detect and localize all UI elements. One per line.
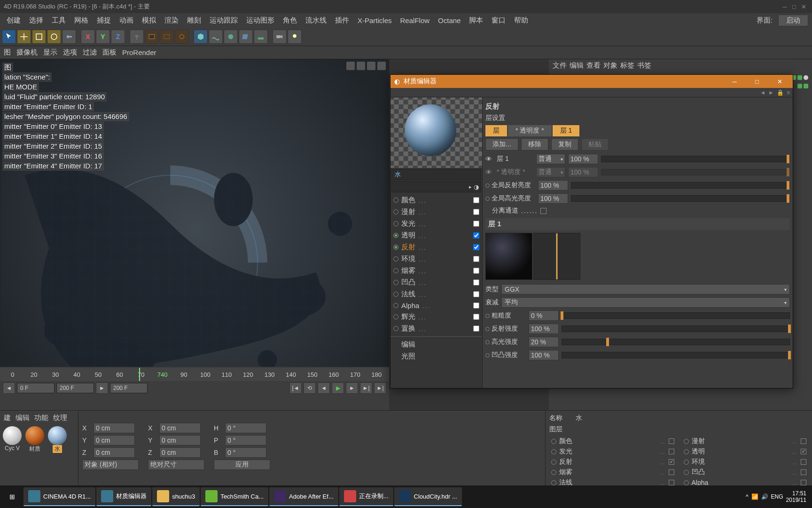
attenuation-dropdown[interactable]: 平均 (501, 297, 790, 308)
z-axis-icon[interactable]: Z (111, 30, 125, 44)
attr-checkbox[interactable] (669, 459, 674, 465)
orbit-icon[interactable] (367, 62, 375, 70)
taskbar-app[interactable]: shuchu3 (152, 487, 200, 506)
blend-mode-dropdown[interactable]: 普通 (536, 167, 565, 177)
layer-action-button[interactable]: 添加... (485, 138, 518, 151)
maximize-button[interactable]: □ (789, 3, 799, 10)
attr-radio[interactable] (551, 470, 556, 475)
channel-radio[interactable] (393, 280, 398, 285)
deformer-icon[interactable] (239, 30, 253, 44)
goto-end-icon[interactable]: ►| (374, 382, 386, 394)
b-rot-input[interactable]: 0 ° (225, 447, 266, 458)
param-value-input[interactable]: 0 % (529, 310, 559, 321)
taskbar-app[interactable]: 材质编辑器 (96, 487, 151, 506)
obj-tab[interactable]: 查看 (586, 61, 601, 70)
start-button[interactable]: ⊞ (2, 487, 23, 506)
render-view-icon[interactable] (145, 30, 159, 44)
channel-漫射[interactable]: 漫射... (392, 206, 480, 218)
channel-Alpha[interactable]: Alpha... (392, 300, 480, 311)
rotate-tool[interactable] (47, 30, 61, 44)
attr-checkbox[interactable] (801, 480, 806, 485)
bp-tab[interactable]: 编辑 (16, 413, 30, 422)
goto-start-icon[interactable]: |◄ (289, 382, 302, 394)
volume-icon[interactable]: 🔊 (761, 493, 768, 500)
view-menu-item[interactable]: ProRender (122, 48, 156, 56)
material-thumbnail[interactable]: Cyc V (2, 426, 23, 453)
clock[interactable]: 17:51 2019/11 (786, 490, 806, 503)
channel-checkbox[interactable] (473, 221, 479, 227)
channel-checkbox[interactable] (473, 232, 479, 238)
channel-checkbox[interactable] (473, 325, 479, 332)
view-menu-item[interactable]: 摄像机 (16, 48, 38, 57)
view-menu-item[interactable]: 图 (4, 48, 11, 57)
attr-check-item[interactable]: 颜色.. (551, 437, 674, 445)
menu-item[interactable]: 运动跟踪 (207, 15, 241, 26)
attr-checkbox[interactable] (669, 438, 674, 444)
x-axis-icon[interactable]: X (81, 30, 95, 44)
reflection-tab[interactable]: 层 (485, 125, 507, 136)
menu-item[interactable]: 选择 (26, 15, 46, 26)
channel-发光[interactable]: 发光... (392, 218, 480, 230)
material-preview[interactable] (390, 97, 482, 168)
attr-checkbox[interactable] (669, 449, 674, 454)
channel-checkbox[interactable] (473, 197, 479, 203)
menu-item[interactable]: Octane (435, 16, 463, 25)
tray-up-icon[interactable]: ^ (746, 493, 749, 500)
y-axis-icon[interactable]: Y (96, 30, 110, 44)
layer-row[interactable]: 👁* 透明度 *普通100 % (485, 166, 790, 179)
param-slider[interactable] (562, 325, 790, 332)
channel-radio[interactable] (393, 292, 398, 297)
view-menu-item[interactable]: 显示 (43, 48, 57, 57)
next-frame-icon[interactable]: ► (346, 382, 358, 394)
render-dot[interactable] (797, 75, 802, 80)
view-menu-item[interactable]: 过滤 (83, 48, 97, 57)
layout-icon[interactable] (377, 62, 386, 70)
attr-checkbox[interactable] (669, 480, 674, 485)
channel-radio[interactable] (393, 221, 398, 226)
last-tool[interactable] (62, 30, 76, 44)
channel-footer[interactable]: 光照 (392, 350, 480, 362)
h-rot-input[interactable]: 0 ° (225, 423, 266, 433)
menu-item[interactable]: 创建 (4, 15, 23, 26)
render-dot[interactable] (804, 84, 808, 88)
param-value-input[interactable]: 20 % (529, 337, 559, 347)
channel-radio[interactable] (393, 198, 398, 203)
close-button[interactable]: ✕ (799, 3, 808, 10)
attr-checkbox[interactable] (801, 438, 806, 444)
arrow-icon[interactable]: ▸ (469, 184, 472, 190)
attr-radio[interactable] (684, 460, 689, 465)
minimize-button[interactable]: ─ (725, 78, 744, 85)
channel-checkbox[interactable] (473, 256, 479, 262)
coord-system-icon[interactable] (130, 30, 144, 44)
start-frame-input[interactable] (17, 383, 55, 393)
render-region-icon[interactable] (160, 30, 174, 44)
render-settings-icon[interactable] (175, 30, 189, 44)
channel-radio[interactable] (393, 314, 398, 319)
generator-icon[interactable] (224, 30, 238, 44)
z-pos-input[interactable]: 0 cm (94, 447, 135, 458)
material-thumbnail[interactable]: 材质 (24, 426, 45, 453)
menu-item[interactable]: 模拟 (139, 15, 159, 26)
attr-checkbox[interactable] (669, 469, 674, 475)
global-value-input[interactable]: 100 % (538, 193, 568, 204)
menu-item[interactable]: 帮助 (511, 15, 531, 26)
minimize-button[interactable]: ─ (780, 3, 789, 10)
attr-checkbox[interactable] (801, 459, 806, 465)
material-name-input[interactable] (391, 169, 481, 180)
bp-tab[interactable]: 建 (4, 413, 11, 422)
timeline-ruler[interactable]: 0 20 30 40 50 60 70 740 90 100 110 120 1… (0, 368, 389, 381)
channel-checkbox[interactable] (473, 291, 479, 297)
attr-check-item[interactable]: 发光.. (551, 447, 674, 456)
taskbar-app[interactable]: CloudCity.hdr ... (394, 487, 462, 506)
zoom-icon[interactable] (357, 62, 365, 70)
z-size-input[interactable]: 0 cm (159, 447, 201, 458)
system-tray[interactable]: ^ 📶 🔊 ENG 17:51 2019/11 (742, 490, 810, 503)
global-slider[interactable] (571, 195, 790, 202)
prev-key-icon[interactable]: ⟲ (304, 382, 316, 394)
eye-icon[interactable]: 👁 (485, 155, 494, 163)
range-end-icon[interactable]: ► (96, 382, 108, 394)
channel-radio[interactable] (393, 233, 398, 238)
channel-radio[interactable] (393, 303, 398, 308)
taskbar-app[interactable]: CINEMA 4D R1... (23, 487, 95, 506)
channel-反射[interactable]: 反射... (392, 241, 480, 253)
